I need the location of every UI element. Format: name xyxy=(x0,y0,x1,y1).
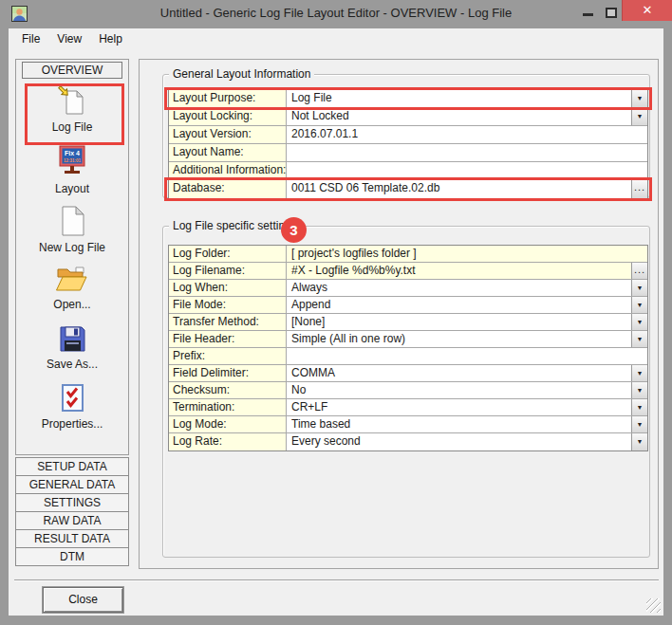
sidebar-item-open[interactable]: Open... xyxy=(16,265,128,311)
chevron-down-icon: ▼ xyxy=(637,302,644,308)
menu-item-view[interactable]: View xyxy=(48,30,90,47)
menu-item-help[interactable]: Help xyxy=(90,30,131,47)
sidebar-item-label: Open... xyxy=(16,298,128,311)
field-label: File Header: xyxy=(169,331,287,347)
dropdown-button[interactable]: ▼ xyxy=(631,331,647,347)
minimize-button[interactable] xyxy=(575,0,600,21)
close-button[interactable]: Close xyxy=(43,587,123,613)
chevron-down-icon: ▼ xyxy=(637,95,644,101)
chevron-down-icon: ▼ xyxy=(637,421,644,428)
form-row: Layout Version:2016.07.01.1 xyxy=(169,126,647,144)
sidebar-item-label: Layout xyxy=(16,182,128,195)
form-row: Database:0011 CSD 06 Template.02.db... xyxy=(169,180,647,198)
field-label: Prefix: xyxy=(169,348,287,364)
field-value[interactable]: Every second xyxy=(287,433,631,450)
form-row: Log Folder:[ project's logfiles folder ] xyxy=(169,246,647,263)
form-row: Log Filename:#X - Logfile %d%b%y.txt... xyxy=(169,263,647,280)
chevron-down-icon: ▼ xyxy=(637,319,644,325)
field-value[interactable]: CR+LF xyxy=(287,399,631,415)
title-bar: Untitled - Generic Log File Layout Edito… xyxy=(0,0,672,28)
sidebar-item-label: Properties... xyxy=(16,417,128,431)
field-label: Layout Locking: xyxy=(169,108,287,125)
field-value[interactable]: #X - Logfile %d%b%y.txt xyxy=(287,263,631,279)
form-row: Prefix: xyxy=(169,348,647,365)
browse-button[interactable]: ... xyxy=(631,263,647,279)
sidebar-item-properties[interactable]: Properties... xyxy=(16,383,128,431)
form-row: Layout Purpose:Log File▼ xyxy=(169,90,647,108)
nav-button-general-data[interactable]: GENERAL DATA xyxy=(15,475,129,494)
new-file-icon xyxy=(16,206,128,239)
field-value[interactable]: Always xyxy=(287,280,631,296)
menu-item-file[interactable]: File xyxy=(13,30,48,47)
main-panel: General Layout Information Layout Purpos… xyxy=(139,59,659,569)
field-label: Layout Name: xyxy=(169,144,287,161)
field-value[interactable]: COMMA xyxy=(287,365,631,381)
field-label: Log Filename: xyxy=(169,263,287,279)
nav-button-dtm[interactable]: DTM xyxy=(15,547,129,566)
browse-button[interactable]: ... xyxy=(631,180,647,198)
sidebar-item-new-log-file[interactable]: New Log File xyxy=(16,206,128,254)
minimize-icon xyxy=(583,13,593,16)
dropdown-button[interactable]: ▼ xyxy=(631,399,647,415)
dropdown-button[interactable]: ▼ xyxy=(631,297,647,313)
chevron-down-icon: ▼ xyxy=(637,387,644,394)
field-value[interactable]: Simple (All in one row) xyxy=(287,331,631,347)
open-folder-icon xyxy=(16,265,128,296)
maximize-icon xyxy=(606,8,617,18)
dropdown-button[interactable]: ▼ xyxy=(631,382,647,398)
field-value[interactable]: Time based xyxy=(287,416,631,432)
form-row: Transfer Method:[None]▼ xyxy=(169,314,647,331)
field-label: Additional Information: xyxy=(169,162,287,179)
layout-monitor-icon: Fix 412:31:01 xyxy=(16,145,128,180)
field-label: Layout Purpose: xyxy=(169,90,287,107)
field-value[interactable] xyxy=(287,144,647,161)
save-floppy-icon xyxy=(16,324,128,356)
field-value[interactable]: Not Locked xyxy=(287,108,631,125)
close-window-button[interactable]: ✕ xyxy=(622,0,672,21)
nav-button-setup-data[interactable]: SETUP DATA xyxy=(15,457,129,476)
field-value[interactable]: Log File xyxy=(287,90,631,107)
sidebar-item-log-file[interactable]: Log File xyxy=(16,84,128,134)
form-row: Layout Name: xyxy=(169,144,647,162)
properties-checklist-icon xyxy=(16,383,128,415)
sidebar-item-layout[interactable]: Fix 412:31:01Layout xyxy=(16,145,128,195)
field-value[interactable]: [ project's logfiles folder ] xyxy=(287,246,647,262)
form-row: Additional Information: xyxy=(169,162,647,180)
field-label: Log Rate: xyxy=(169,433,287,450)
dropdown-button[interactable]: ▼ xyxy=(631,314,647,330)
dropdown-button[interactable]: ▼ xyxy=(631,416,647,432)
field-label: Termination: xyxy=(169,399,287,415)
field-value[interactable] xyxy=(287,348,647,364)
field-value[interactable]: [None] xyxy=(287,314,631,330)
sidebar-item-save-as[interactable]: Save As... xyxy=(16,324,128,371)
dropdown-button[interactable]: ▼ xyxy=(631,280,647,296)
nav-button-result-data[interactable]: RESULT DATA xyxy=(15,529,129,548)
field-value[interactable]: Append xyxy=(287,297,631,313)
form-row: Log When:Always▼ xyxy=(169,280,647,297)
nav-button-raw-data[interactable]: RAW DATA xyxy=(15,511,129,530)
general-layout-group: General Layout Information Layout Purpos… xyxy=(162,74,650,198)
log-file-settings-table: Log Folder:[ project's logfiles folder ]… xyxy=(168,245,648,451)
field-label: Log Mode: xyxy=(169,416,287,432)
field-value[interactable] xyxy=(287,162,647,179)
close-icon: ✕ xyxy=(643,3,653,17)
field-value[interactable]: 2016.07.01.1 xyxy=(287,126,647,143)
svg-text:Fix 4: Fix 4 xyxy=(65,150,80,156)
field-value[interactable]: No xyxy=(287,382,631,398)
field-label: Checksum: xyxy=(169,382,287,398)
dropdown-button[interactable]: ▼ xyxy=(631,90,647,107)
chevron-down-icon: ▼ xyxy=(637,404,644,411)
chevron-down-icon: ▼ xyxy=(637,370,644,377)
maximize-button[interactable] xyxy=(600,0,622,21)
dropdown-button[interactable]: ▼ xyxy=(631,433,647,450)
field-value[interactable]: 0011 CSD 06 Template.02.db xyxy=(287,180,631,198)
dropdown-button[interactable]: ▼ xyxy=(631,365,647,381)
app-window: Untitled - Generic Log File Layout Edito… xyxy=(0,0,672,625)
form-row: Checksum:No▼ xyxy=(169,382,647,399)
sidebar-nav-buttons: SETUP DATAGENERAL DATASETTINGSRAW DATARE… xyxy=(15,458,129,566)
nav-button-settings[interactable]: SETTINGS xyxy=(15,493,129,512)
bottom-separator xyxy=(14,579,659,581)
resize-grip[interactable] xyxy=(646,598,661,613)
client-area: FileViewHelp OVERVIEW Log FileFix 412:31… xyxy=(9,28,663,616)
dropdown-button[interactable]: ▼ xyxy=(631,108,647,125)
